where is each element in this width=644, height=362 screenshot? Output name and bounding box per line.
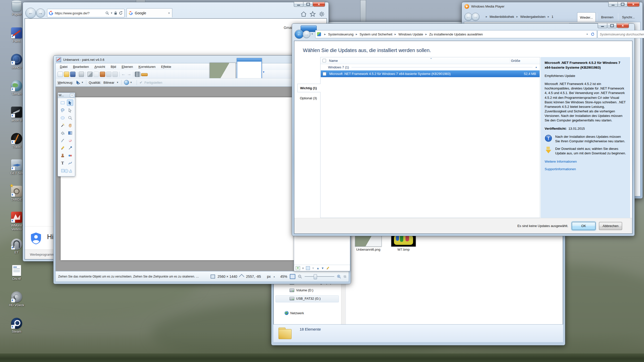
resampling-dropdown-icon[interactable]: ▼: [130, 81, 132, 84]
search-icon[interactable]: [105, 11, 109, 15]
resize-grip[interactable]: [344, 275, 346, 278]
back-button[interactable]: ←: [295, 30, 304, 39]
tool-paintbrush[interactable]: [59, 137, 66, 144]
breadcrumb-item-systemsteuerung[interactable]: Systemsteuerung: [328, 32, 353, 36]
zoom-in-icon[interactable]: [337, 275, 341, 279]
forward-button[interactable]: →: [36, 9, 45, 18]
tool-rectangle-select[interactable]: [59, 100, 66, 106]
menu-effekte[interactable]: Effekte: [158, 64, 174, 70]
maximize-button[interactable]: [618, 2, 627, 7]
new-file-icon[interactable]: [58, 72, 63, 77]
ok-button[interactable]: OK: [572, 222, 595, 230]
update-checkbox[interactable]: [323, 72, 326, 76]
maximize-button[interactable]: [303, 2, 313, 7]
select-all-checkbox[interactable]: [323, 59, 326, 62]
cancel-button[interactable]: Abbrechen: [599, 222, 622, 230]
tool-dropdown-icon[interactable]: ▼: [81, 81, 84, 84]
address-bar[interactable]: https://www.google.de/? ▼: [47, 9, 125, 17]
control-panel-search[interactable]: [597, 30, 644, 38]
tab-optional[interactable]: Optional (3): [297, 94, 320, 102]
footer-link[interactable]: Werbeprogramm: [30, 253, 54, 256]
tools-palette[interactable]: W... × T: [58, 93, 75, 176]
search-input[interactable]: [598, 32, 644, 36]
breadcrumb-item[interactable]: Wiedergabelisten: [520, 15, 545, 19]
tool-gradient[interactable]: [67, 130, 73, 136]
wmp-breadcrumb[interactable]: ▶ Medienbibliothek ▶ Wiedergabelisten ▶ …: [484, 15, 553, 19]
minimize-button[interactable]: [608, 2, 618, 7]
palette-close-icon[interactable]: ×: [70, 94, 74, 97]
tool-paint-bucket[interactable]: [59, 130, 66, 136]
minimize-button[interactable]: [294, 2, 303, 7]
forward-button[interactable]: →: [303, 30, 310, 38]
breadcrumb-item-system-sicherheit[interactable]: System und Sicherheit: [359, 32, 392, 36]
zoom-fit-icon[interactable]: [290, 274, 295, 279]
address-dropdown-icon[interactable]: ▼: [110, 12, 113, 14]
move-layer-up-icon[interactable]: ▲: [316, 266, 319, 270]
tree-item-network[interactable]: Netzwerk: [285, 311, 304, 315]
menu-bearbeiten[interactable]: Bearbeiten: [70, 64, 92, 70]
tool-text[interactable]: T: [59, 160, 66, 166]
tool-ellipse-select[interactable]: [59, 115, 66, 121]
menu-ebenen[interactable]: Ebenen: [119, 64, 136, 70]
tree-item-drive-d[interactable]: Volume (D:): [290, 288, 313, 292]
tool-line-curve[interactable]: [67, 160, 73, 166]
desktop-icon-div-rtf[interactable]: Div.rtf: [4, 265, 30, 281]
resampling-icon[interactable]: [124, 80, 129, 85]
print-icon[interactable]: [79, 72, 84, 77]
move-tool-icon[interactable]: [76, 80, 80, 85]
windows-update-dialog[interactable]: × ← → ▼ ▶ Systemsteuerung ▶ System und S…: [292, 23, 635, 236]
zoom-out-icon[interactable]: [298, 275, 302, 279]
breadcrumb-item[interactable]: 1: [552, 15, 553, 19]
deselect-icon[interactable]: [112, 72, 118, 77]
unit-dropdown-icon[interactable]: ▲: [273, 276, 275, 278]
column-header-name[interactable]: Name: [329, 59, 338, 63]
tool-recolor[interactable]: [67, 152, 73, 159]
tab-wichtig[interactable]: Wichtig (1): [297, 84, 320, 92]
home-icon[interactable]: [300, 11, 307, 17]
back-button[interactable]: ←: [25, 8, 36, 18]
wmp-tab-wiedergabe[interactable]: Wieder...: [577, 12, 596, 22]
tool-pencil[interactable]: [59, 145, 66, 151]
tool-shapes[interactable]: [59, 167, 73, 174]
tool-move-selection[interactable]: [67, 107, 73, 113]
refresh-icon[interactable]: [591, 32, 595, 36]
zoom-slider-thumb[interactable]: [314, 274, 317, 279]
paste-icon[interactable]: [100, 72, 105, 77]
tool-lasso-select[interactable]: [59, 107, 66, 113]
url-text[interactable]: https://www.google.de/?: [55, 11, 90, 15]
quality-dropdown-icon[interactable]: ▼: [116, 81, 119, 84]
finish-button[interactable]: Fertigstellen: [144, 81, 162, 84]
zoom-slider[interactable]: [305, 274, 334, 279]
duplicate-layer-icon[interactable]: [306, 266, 310, 270]
menu-ansicht[interactable]: Ansicht: [92, 64, 108, 70]
image-list-chevron-icon[interactable]: ▼: [262, 71, 265, 73]
collapse-group-icon[interactable]: ▲: [535, 66, 537, 68]
layer-properties-icon[interactable]: [326, 266, 330, 270]
forward-button[interactable]: →: [471, 13, 479, 21]
column-header-size[interactable]: Größe: [511, 59, 520, 63]
close-button[interactable]: ×: [627, 2, 639, 7]
tool-pan[interactable]: [67, 122, 73, 128]
quality-value[interactable]: Bilinear: [103, 81, 114, 84]
refresh-icon[interactable]: [119, 11, 123, 15]
browser-tab-google[interactable]: Google ×: [127, 8, 172, 17]
add-layer-icon[interactable]: +: [296, 266, 300, 270]
image-tab-thumbnail-active[interactable]: [237, 58, 262, 81]
tool-color-picker[interactable]: [67, 145, 73, 151]
tool-zoom[interactable]: [67, 115, 73, 121]
redo-icon[interactable]: →: [127, 72, 131, 77]
gmail-link[interactable]: Gmail: [284, 26, 293, 30]
update-breadcrumb-bar[interactable]: ▶ Systemsteuerung ▶ System und Sicherhei…: [315, 30, 597, 38]
merge-down-icon[interactable]: ▼: [312, 266, 315, 270]
desktop-icon-steam[interactable]: Steam: [4, 318, 30, 333]
close-button[interactable]: ×: [313, 2, 325, 7]
tool-magic-wand[interactable]: [59, 122, 66, 128]
move-layer-down-icon[interactable]: ▼: [321, 266, 324, 270]
open-file-icon[interactable]: [64, 72, 69, 77]
menu-korrekturen[interactable]: Korrekturen: [136, 64, 158, 70]
desktop-icon-hd-vdeck[interactable]: HD VDeck: [4, 291, 30, 307]
image-tab-thumbnail-1[interactable]: [210, 63, 236, 80]
crop-icon[interactable]: [106, 72, 111, 77]
undo-icon[interactable]: ←: [121, 72, 126, 77]
tree-item-usb-fat32[interactable]: USB_FAT32 (G:): [290, 297, 320, 300]
